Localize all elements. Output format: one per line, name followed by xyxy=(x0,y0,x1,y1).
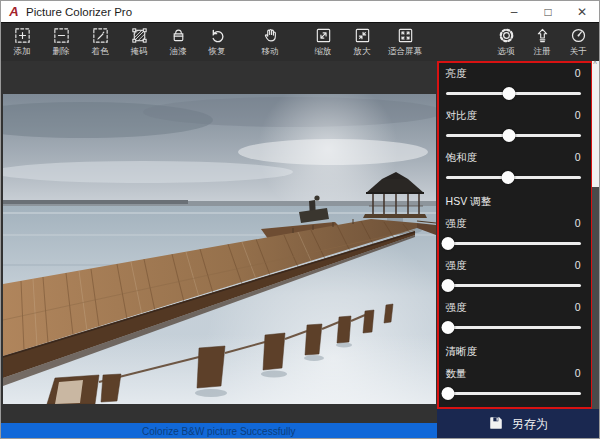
slider-amount: 数量 0 xyxy=(446,367,581,400)
scrollbar-thumb[interactable] xyxy=(592,61,599,187)
slider-label: 亮度 xyxy=(446,67,467,81)
remove-selection-icon xyxy=(52,26,71,45)
slider-label: 饱和度 xyxy=(446,151,478,165)
tool-label: 移动 xyxy=(262,46,279,58)
title-bar: A Picture Colorizer Pro – □ ✕ xyxy=(1,1,599,23)
tool-register[interactable]: 注册 xyxy=(529,26,555,58)
slider-label: 强度 xyxy=(446,259,467,273)
tool-restore[interactable]: 恢复 xyxy=(204,26,230,58)
close-button[interactable]: ✕ xyxy=(565,1,599,23)
app-window: A Picture Colorizer Pro – □ ✕ 添加 xyxy=(0,0,600,439)
slider-hsv-strength-2: 强度 0 xyxy=(446,259,581,292)
tool-add[interactable]: 添加 xyxy=(9,26,35,58)
slider-contrast: 对比度 0 xyxy=(446,109,581,142)
main-area: Colorize B&W picture Successfully 亮度 0 xyxy=(1,61,599,439)
canvas-area: Colorize B&W picture Successfully xyxy=(1,61,437,439)
undo-icon xyxy=(208,26,227,45)
tool-label: 放大 xyxy=(354,46,371,58)
slider-label: 对比度 xyxy=(446,109,478,123)
slider-track[interactable] xyxy=(446,279,581,292)
tool-label: 着色 xyxy=(92,46,109,58)
zoom-icon xyxy=(314,26,333,45)
save-as-button[interactable]: 另存为 xyxy=(437,409,599,439)
tool-fit-screen[interactable]: 适合屏幕 xyxy=(388,26,422,58)
slider-hsv-strength-3: 强度 0 xyxy=(446,301,581,334)
tool-label: 适合屏幕 xyxy=(388,46,422,58)
adjustment-panel: 亮度 0 对比度 0 xyxy=(437,61,593,409)
toolbar-right-group: 选项 注册 关于 xyxy=(493,26,591,58)
adjustment-panel-column: 亮度 0 对比度 0 xyxy=(437,61,599,439)
slider-value: 0 xyxy=(575,367,581,381)
tool-zoom-in[interactable]: 放大 xyxy=(349,26,375,58)
slider-label: 强度 xyxy=(446,301,467,315)
minimize-button[interactable]: – xyxy=(497,1,531,23)
window-title: Picture Colorizer Pro xyxy=(26,6,497,18)
slider-value: 0 xyxy=(575,67,581,81)
add-selection-icon xyxy=(13,26,32,45)
app-logo-icon: A xyxy=(7,5,21,19)
window-controls: – □ ✕ xyxy=(497,1,599,23)
slider-track[interactable] xyxy=(446,87,581,100)
tool-about[interactable]: 关于 xyxy=(565,26,591,58)
tool-move[interactable]: 移动 xyxy=(257,26,283,58)
slider-track[interactable] xyxy=(446,129,581,142)
hand-icon xyxy=(261,26,280,45)
zoom-in-icon xyxy=(353,26,372,45)
maximize-button[interactable]: □ xyxy=(531,1,565,23)
tool-label: 恢复 xyxy=(209,46,226,58)
slider-label: 强度 xyxy=(446,217,467,231)
save-as-label: 另存为 xyxy=(512,416,548,433)
save-icon xyxy=(488,415,504,435)
slider-thumb[interactable] xyxy=(442,279,455,292)
tool-options[interactable]: 选项 xyxy=(493,26,519,58)
slider-thumb[interactable] xyxy=(442,387,455,400)
tool-colorize[interactable]: 着色 xyxy=(87,26,113,58)
tool-label: 掩码 xyxy=(131,46,148,58)
slider-brightness: 亮度 0 xyxy=(446,67,581,100)
tool-label: 注册 xyxy=(534,46,551,58)
tool-label: 选项 xyxy=(498,46,515,58)
status-bar: Colorize B&W picture Successfully xyxy=(1,423,437,439)
slider-value: 0 xyxy=(575,109,581,123)
slider-value: 0 xyxy=(575,259,581,273)
about-icon xyxy=(569,26,588,45)
tool-label: 删除 xyxy=(53,46,70,58)
slider-value: 0 xyxy=(575,217,581,231)
status-message: Colorize B&W picture Successfully xyxy=(142,426,295,437)
slider-track[interactable] xyxy=(446,171,581,184)
section-header-hsv: HSV 调整 xyxy=(446,195,584,209)
tool-label: 添加 xyxy=(14,46,31,58)
slider-thumb[interactable] xyxy=(502,87,515,100)
tool-label: 缩放 xyxy=(315,46,332,58)
toolbar-left-group: 添加 删除 着色 xyxy=(9,26,422,58)
tool-paint[interactable]: 油漆 xyxy=(165,26,191,58)
slider-track[interactable] xyxy=(446,321,581,334)
paint-bucket-icon xyxy=(169,26,188,45)
slider-track[interactable] xyxy=(446,237,581,250)
tool-remove[interactable]: 删除 xyxy=(48,26,74,58)
tool-mask[interactable]: 掩码 xyxy=(126,26,152,58)
tool-label: 油漆 xyxy=(170,46,187,58)
slider-thumb[interactable] xyxy=(501,171,514,184)
pier-photo[interactable] xyxy=(3,94,436,404)
slider-track[interactable] xyxy=(446,387,581,400)
slider-thumb[interactable] xyxy=(442,237,455,250)
slider-value: 0 xyxy=(575,301,581,315)
panel-scrollbar[interactable] xyxy=(592,61,599,409)
toolbar: 添加 删除 着色 xyxy=(1,23,599,61)
slider-label: 数量 xyxy=(446,367,467,381)
fit-screen-icon xyxy=(396,26,415,45)
slider-thumb[interactable] xyxy=(502,129,515,142)
slider-thumb[interactable] xyxy=(442,321,455,334)
section-header-sharpness: 清晰度 xyxy=(446,345,584,359)
photo-wrap xyxy=(1,61,437,423)
slider-hsv-strength-1: 强度 0 xyxy=(446,217,581,250)
slider-value: 0 xyxy=(575,151,581,165)
mask-icon xyxy=(130,26,149,45)
slider-saturation: 饱和度 0 xyxy=(446,151,581,184)
tool-zoom[interactable]: 缩放 xyxy=(310,26,336,58)
colorize-icon xyxy=(91,26,110,45)
register-icon xyxy=(533,26,552,45)
gear-icon xyxy=(497,26,516,45)
tool-label: 关于 xyxy=(570,46,587,58)
